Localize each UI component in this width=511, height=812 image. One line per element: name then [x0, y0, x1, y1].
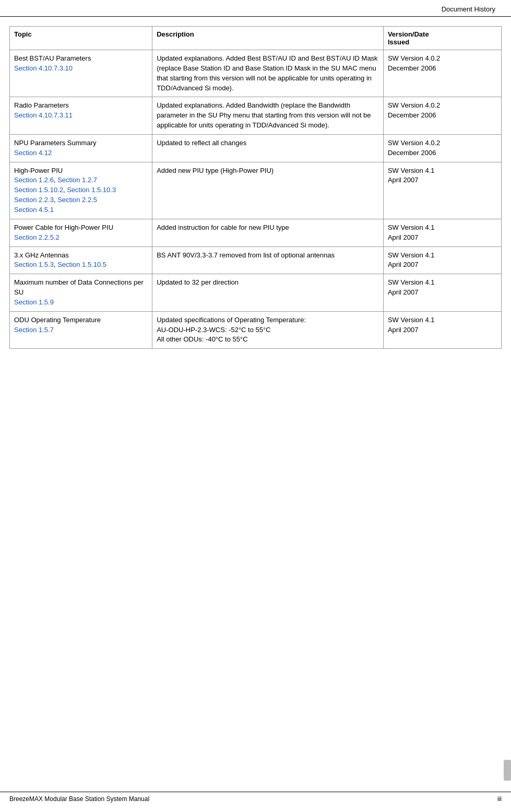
- version-cell-1: SW Version 4.0.2December 2006: [383, 97, 501, 135]
- topic-main-text: ODU Operating Temperature: [14, 316, 101, 324]
- version-cell-4: SW Version 4.1April 2007: [383, 219, 501, 246]
- desc-cell-2: Updated to reflect all changes: [152, 134, 384, 162]
- topic-cell-3: High-Power PIUSection 1.2.6, Section 1.2…: [10, 162, 152, 219]
- version-cell-6: SW Version 4.1April 2007: [383, 274, 501, 312]
- version-cell-5: SW Version 4.1April 2007: [383, 246, 501, 274]
- table-row: NPU Parameters SummarySection 4.12Update…: [10, 134, 502, 162]
- topic-main-text: Maximum number of Data Connections per S…: [14, 278, 144, 296]
- desc-cell-7: Updated specifications of Operating Temp…: [152, 311, 384, 349]
- topic-link[interactable]: Section 4.10.7.3.11: [14, 111, 73, 119]
- topic-cell-0: Best BST/AU ParametersSection 4.10.7.3.1…: [10, 50, 152, 97]
- col-header-version: Version/DateIssued: [383, 27, 501, 50]
- topic-link-6[interactable]: Section 4.5.1: [14, 206, 54, 214]
- main-content: Topic Description Version/DateIssued Bes…: [0, 26, 511, 349]
- topic-link[interactable]: Section 1.5.7: [14, 326, 54, 334]
- topic-main-text: 3.x GHz Antennas: [14, 251, 69, 259]
- footer-right-text: iii: [497, 795, 502, 803]
- topic-link-3[interactable]: Section 1.5.10.3: [67, 186, 116, 194]
- table-row: Power Cable for High-Power PIUSection 2.…: [10, 219, 502, 246]
- topic-link-5[interactable]: Section 2.2.5: [57, 196, 97, 204]
- desc-cell-0: Updated explanations. Added Best BST/AU …: [152, 50, 384, 97]
- page-header: Document History: [0, 0, 511, 17]
- table-row: High-Power PIUSection 1.2.6, Section 1.2…: [10, 162, 502, 219]
- topic-link-0[interactable]: Section 1.5.3: [14, 261, 54, 268]
- desc-cell-6: Updated to 32 per direction: [152, 274, 384, 312]
- scrollbar[interactable]: [504, 760, 511, 781]
- version-cell-0: SW Version 4.0.2December 2006: [383, 50, 501, 97]
- topic-main-text: Power Cable for High-Power PIU: [14, 223, 113, 231]
- topic-link-0[interactable]: Section 1.2.6: [14, 176, 54, 184]
- version-cell-7: SW Version 4.1April 2007: [383, 311, 501, 349]
- topic-main-text: High-Power PIU: [14, 167, 63, 174]
- page-footer: BreezeMAX Modular Base Station System Ma…: [0, 792, 511, 803]
- version-cell-3: SW Version 4.1April 2007: [383, 162, 501, 219]
- table-row: 3.x GHz AntennasSection 1.5.3, Section 1…: [10, 246, 502, 274]
- topic-cell-2: NPU Parameters SummarySection 4.12: [10, 134, 152, 162]
- topic-link[interactable]: Section 4.12: [14, 149, 52, 157]
- topic-main-text: Radio Parameters: [14, 101, 69, 109]
- desc-cell-3: Added new PIU type (High-Power PIU): [152, 162, 384, 219]
- table-row: Radio ParametersSection 4.10.7.3.11Updat…: [10, 97, 502, 135]
- topic-link-1[interactable]: Section 1.5.10.5: [57, 261, 106, 268]
- topic-link[interactable]: Section 2.2.5.2: [14, 233, 60, 241]
- topic-cell-4: Power Cable for High-Power PIUSection 2.…: [10, 219, 152, 246]
- desc-cell-5: BS ANT 90V/3.3-3.7 removed from list of …: [152, 246, 384, 274]
- header-title: Document History: [442, 5, 495, 13]
- document-history-table: Topic Description Version/DateIssued Bes…: [9, 26, 502, 349]
- desc-cell-4: Added instruction for cable for new PIU …: [152, 219, 384, 246]
- table-row: Best BST/AU ParametersSection 4.10.7.3.1…: [10, 50, 502, 97]
- topic-link-2[interactable]: Section 1.5.10.2: [14, 186, 63, 194]
- footer-left-text: BreezeMAX Modular Base Station System Ma…: [9, 795, 149, 803]
- table-row: Maximum number of Data Connections per S…: [10, 274, 502, 312]
- col-header-topic: Topic: [10, 27, 152, 50]
- table-header-row: Topic Description Version/DateIssued: [10, 27, 502, 50]
- topic-main-text: NPU Parameters Summary: [14, 139, 96, 147]
- topic-cell-5: 3.x GHz AntennasSection 1.5.3, Section 1…: [10, 246, 152, 274]
- topic-cell-6: Maximum number of Data Connections per S…: [10, 274, 152, 312]
- topic-link-4[interactable]: Section 2.2.3: [14, 196, 54, 204]
- version-cell-2: SW Version 4.0.2December 2006: [383, 134, 501, 162]
- col-header-description: Description: [152, 27, 384, 50]
- topic-cell-1: Radio ParametersSection 4.10.7.3.11: [10, 97, 152, 135]
- topic-link[interactable]: Section 4.10.7.3.10: [14, 64, 73, 72]
- topic-link[interactable]: Section 1.5.9: [14, 298, 54, 306]
- topic-main-text: Best BST/AU Parameters: [14, 54, 91, 62]
- table-row: ODU Operating TemperatureSection 1.5.7Up…: [10, 311, 502, 349]
- desc-cell-1: Updated explanations. Added Bandwidth (r…: [152, 97, 384, 135]
- topic-link-1[interactable]: Section 1.2.7: [57, 176, 97, 184]
- topic-cell-7: ODU Operating TemperatureSection 1.5.7: [10, 311, 152, 349]
